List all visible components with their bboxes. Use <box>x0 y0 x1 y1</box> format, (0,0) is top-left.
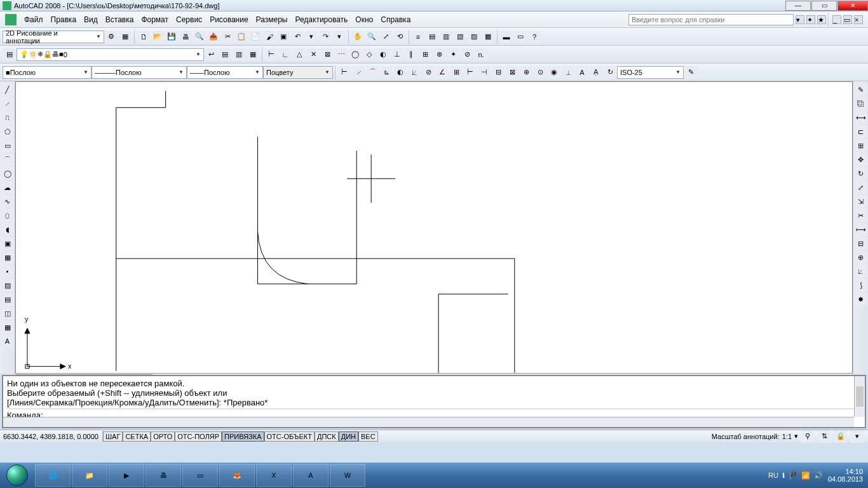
tray-network-icon[interactable]: 📶 <box>801 471 810 480</box>
dimstyle-combo[interactable]: ISO-25 ▼ <box>617 66 684 79</box>
osnap-intersect-icon[interactable]: ✕ <box>307 48 320 61</box>
chamfer-icon[interactable]: ⟀ <box>855 265 867 278</box>
osnap-quadrant-icon[interactable]: ◇ <box>363 48 376 61</box>
lineweight-combo[interactable]: —— Послою ▼ <box>187 66 263 79</box>
dim-diameter-icon[interactable]: ⊘ <box>422 66 435 79</box>
taskbar-ie[interactable]: 🌐 <box>35 464 71 487</box>
redo-dropdown-icon[interactable]: ▾ <box>333 30 346 43</box>
polar-toggle[interactable]: ОТС-ПОЛЯР <box>175 431 222 442</box>
dim-break-icon[interactable]: ⊠ <box>506 66 519 79</box>
taskbar-excel[interactable]: X <box>256 464 292 487</box>
doc-restore-icon[interactable]: ▭ <box>843 15 852 24</box>
copy-obj-icon[interactable]: ⿻ <box>855 97 867 110</box>
polyline-icon[interactable]: ⎍ <box>1 111 14 124</box>
array-icon[interactable]: ⊞ <box>855 139 867 152</box>
plotstyle-combo[interactable]: Поцвету ▼ <box>263 66 333 79</box>
close-button[interactable]: ✕ <box>837 1 868 11</box>
dim-jogged-icon[interactable]: ⟀ <box>408 66 421 79</box>
zoom-window-icon[interactable]: ⤢ <box>379 30 392 43</box>
properties-icon[interactable]: ≡ <box>412 30 424 43</box>
publish-icon[interactable]: 📤 <box>207 30 220 43</box>
infocenter-icon[interactable]: ✦ <box>806 15 815 24</box>
rotate-icon[interactable]: ↻ <box>855 167 867 180</box>
menu-view[interactable]: Вид <box>80 14 102 25</box>
insert-block-icon[interactable]: ▣ <box>1 237 14 250</box>
dim-continue-icon[interactable]: ⊣ <box>478 66 491 79</box>
explode-icon[interactable]: ✸ <box>855 293 867 306</box>
tray-volume-icon[interactable]: 🔊 <box>814 471 823 480</box>
stretch-icon[interactable]: ⇲ <box>855 195 867 208</box>
table-icon[interactable]: ▦ <box>1 321 14 334</box>
taskbar-mediaplayer[interactable]: ▶ <box>109 464 144 487</box>
toolpalettes-icon[interactable]: ▥ <box>440 30 452 43</box>
break-icon[interactable]: ⊟ <box>855 237 867 250</box>
lang-indicator[interactable]: RU <box>768 471 778 479</box>
menu-modify[interactable]: Редактировать <box>291 14 351 25</box>
paste-icon[interactable]: 📄 <box>249 30 262 43</box>
dimedit-icon[interactable]: A <box>576 66 588 79</box>
grid-toggle[interactable]: СЕТКА <box>123 431 151 442</box>
dimtedit-icon[interactable]: Ạ <box>590 66 602 79</box>
osnap-parallel-icon[interactable]: ∥ <box>405 48 417 61</box>
dim-angular-icon[interactable]: ∠ <box>436 66 449 79</box>
maximize-button[interactable]: ▭ <box>811 1 837 11</box>
xline-icon[interactable]: ⟋ <box>1 97 14 110</box>
tray-icon[interactable]: ℹ <box>782 471 785 480</box>
lock-ui-icon[interactable]: 🔒 <box>834 430 847 443</box>
chevron-down-icon[interactable]: ▾ <box>794 432 798 440</box>
dim-linear-icon[interactable]: ⊢ <box>338 66 351 79</box>
command-window[interactable]: Ни один из объектов не пересекается рамк… <box>2 375 866 428</box>
otrack-toggle[interactable]: ОТС-ОБЪЕКТ <box>264 431 315 442</box>
spline-icon[interactable]: ∿ <box>1 195 14 208</box>
layer-tools-icon[interactable]: ▦ <box>247 48 259 61</box>
ortho-toggle[interactable]: ОРТО <box>151 431 175 442</box>
revcloud-icon[interactable]: ☁ <box>1 181 14 194</box>
taskbar-hp[interactable]: 🖶 <box>146 464 181 487</box>
osnap-endpoint-icon[interactable]: ∟ <box>279 48 292 61</box>
linetype-combo[interactable]: ——— Послою ▼ <box>92 66 187 79</box>
dimstyle-manager-icon[interactable]: ✎ <box>684 66 697 79</box>
fillet-icon[interactable]: ⟆ <box>855 279 867 292</box>
doc-minimize-icon[interactable]: _ <box>832 15 841 24</box>
command-line-icon[interactable]: ▬ <box>500 30 513 43</box>
osnap-midpoint-icon[interactable]: △ <box>293 48 306 61</box>
menu-draw[interactable]: Рисование <box>206 14 252 25</box>
gradient-icon[interactable]: ▤ <box>1 293 14 306</box>
erase-icon[interactable]: ✎ <box>855 83 867 96</box>
osnap-tangent-icon[interactable]: ◐ <box>377 48 390 61</box>
menu-dimensions[interactable]: Размеры <box>252 14 292 25</box>
circle-icon[interactable]: ◯ <box>1 167 14 180</box>
osnap-settings-icon[interactable]: n. <box>475 48 487 61</box>
hatch-icon[interactable]: ▨ <box>1 279 14 292</box>
dyn-toggle[interactable]: ДИН <box>339 431 358 442</box>
workspace-combo[interactable]: 2D Рисование и аннотации ▼ <box>3 30 104 43</box>
zoom-previous-icon[interactable]: ⟲ <box>393 30 406 43</box>
layer-states-icon[interactable]: ▤ <box>219 48 231 61</box>
dimupdate-icon[interactable]: ↻ <box>604 66 616 79</box>
favorites-icon[interactable]: ★ <box>817 15 826 24</box>
taskbar-app1[interactable]: ▭ <box>182 464 218 487</box>
osnap-appintersect-icon[interactable]: ⊠ <box>321 48 334 61</box>
tray-flag-icon[interactable]: 🏴 <box>789 471 797 480</box>
osnap-from-icon[interactable]: ⊢ <box>265 48 278 61</box>
command-vscrollbar[interactable] <box>854 376 865 417</box>
annoscale-value[interactable]: 1:1 <box>782 433 792 440</box>
osnap-extension-icon[interactable]: ⋯ <box>335 48 348 61</box>
taskbar-firefox[interactable]: 🦊 <box>219 464 255 487</box>
help-search-input[interactable]: Введите вопрос для справки <box>628 14 794 25</box>
ducs-toggle[interactable]: ДПСК <box>315 431 339 442</box>
zoom-realtime-icon[interactable]: 🔍 <box>365 30 378 43</box>
doc-close-icon[interactable]: × <box>854 15 863 24</box>
dim-baseline-icon[interactable]: ⊢ <box>464 66 477 79</box>
undo-dropdown-icon[interactable]: ▾ <box>305 30 318 43</box>
menu-file[interactable]: Файл <box>20 14 47 25</box>
menu-insert[interactable]: Вставка <box>102 14 138 25</box>
osnap-perp-icon[interactable]: ⊥ <box>391 48 403 61</box>
quickcalc-icon[interactable]: ▩ <box>482 30 494 43</box>
open-icon[interactable]: 📂 <box>151 30 164 43</box>
search-icon[interactable]: ▾ <box>796 15 804 24</box>
menu-window[interactable]: Окно <box>351 14 377 25</box>
menu-tools[interactable]: Сервис <box>172 14 206 25</box>
layer-manager-icon[interactable]: ▤ <box>3 48 16 61</box>
snap-toggle[interactable]: ШАГ <box>103 431 123 442</box>
